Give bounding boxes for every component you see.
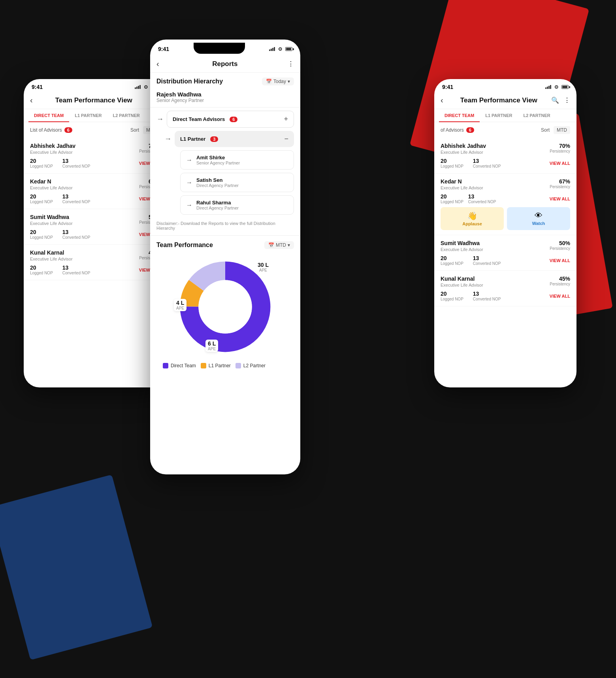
tabs-left: DIRECT TEAM L1 PARTNER L2 PARTNER [24,109,166,122]
tab-direct-team-right[interactable]: DIRECT TEAM [439,109,480,122]
advisor-role-0-right: Executive Life Advisor [441,150,486,155]
back-button-left[interactable]: ‹ [30,96,33,105]
persist-label-1-right: Persistency [550,185,570,189]
person-box-1: → Satish Sen Direct Agency Partner [180,173,294,192]
chevron-down-icon-center: ▾ [288,79,290,84]
advisor-role-0-left: Executive Life Advisor [30,150,75,155]
perf-title: Team Performance [156,242,213,249]
tab-l2-partner-right[interactable]: L2 PARTNER [518,109,556,122]
tab-l1-partner-left[interactable]: L1 PARTNER [69,109,107,122]
conv-nop-val-2-left: 13 [62,229,90,235]
direct-team-box[interactable]: Direct Team Advisors 6 + [167,111,294,128]
conv-nop-label-1-right: Converted NOP [468,200,496,204]
hierarchy-root: Rajesh Wadhwa Senior Agency Partner [150,87,300,108]
wifi-icon-right: ⊙ [554,84,558,90]
logged-nop-val-2-right: 20 [441,255,463,261]
logged-nop-val-3-left: 20 [30,264,53,271]
signal-icon-left [135,85,141,89]
legend-color-2 [235,363,241,368]
advisor-role-3-left: Executive Life Advisor [30,257,73,261]
person-box-2: → Rahul Sharma Direct Agency Partner [180,195,294,215]
view-all-1-right[interactable]: VIEW ALL [550,196,570,201]
phone-right: 9:41 ⊙ ‹ Team Performance View 🔍 ⋮ DIREC… [434,79,576,387]
person-name-0: Amit Shirke [196,155,240,161]
conv-nop-label-3-left: Converted NOP [62,271,90,275]
applause-button-right[interactable]: 👋 Applause [441,207,504,230]
l1-count-badge: 3 [210,136,218,142]
hierarchy-body: → Direct Team Advisors 6 + → L1 Partner … [150,108,300,215]
watch-button-right[interactable]: 👁 Watch [507,207,570,230]
logged-nop-label-0-right: Logged NOP [441,164,463,168]
sort-button-left[interactable]: Sort [130,127,139,133]
conv-nop-label-0-right: Converted NOP [473,164,501,168]
menu-icon-right[interactable]: ⋮ [564,96,570,104]
time-right: 9:41 [442,84,453,90]
person-arrow-1: → [186,179,192,186]
list-header-right: of Advisors 6 Sort MTD [434,122,576,138]
back-button-center[interactable]: ‹ [156,59,159,68]
advisor-card-3-left: Kunal Karnal Executive Life Advisor 45% … [24,245,166,280]
back-button-right[interactable]: ‹ [441,96,443,105]
l1-label: L1 Partner [180,136,205,142]
person-name-1: Satish Sen [196,177,239,183]
legend-label-0: Direct Team [171,363,196,368]
advisor-percent-0-right: 70% [550,143,570,149]
perf-mtd-label: MTD [276,242,286,248]
svg-point-3 [198,280,252,333]
list-count-badge-left: 6 [64,127,72,133]
sort-button-right[interactable]: Sort [541,127,550,133]
donut-val-30: 30 L [258,262,269,268]
logged-nop-label-1-right: Logged NOP [441,200,463,204]
tab-l1-partner-right[interactable]: L1 PARTNER [480,109,518,122]
menu-icon-center[interactable]: ⋮ [288,60,294,68]
direct-team-count-badge: 6 [230,117,237,122]
advisor-percent-1-right: 67% [550,178,570,185]
logged-nop-label-0-left: Logged NOP [30,164,53,168]
view-all-2-right[interactable]: VIEW ALL [550,258,570,263]
legend: Direct Team L1 Partner L2 Partner [156,358,294,373]
advisor-name-0-left: Abhishek Jadhav [30,143,75,149]
persist-label-2-right: Persistency [550,246,570,251]
notch-center [194,43,245,54]
view-all-3-right[interactable]: VIEW ALL [550,294,570,298]
conv-nop-val-0-right: 13 [473,158,501,164]
signal-icon-center [269,47,275,51]
advisor-role-3-right: Executive Life Advisor [441,283,483,287]
l1-box[interactable]: L1 Partner 3 − [175,131,294,147]
conv-nop-val-0-left: 13 [62,158,90,164]
l1-collapse-icon[interactable]: − [284,135,288,143]
cal-icon-perf: 📅 [268,242,274,248]
add-icon-center[interactable]: + [284,115,288,123]
advisor-card-2-right: Sumit Wadhwa Executive Life Advisor 50% … [434,235,576,271]
logged-nop-val-0-right: 20 [441,158,463,164]
logged-nop-label-3-right: Logged NOP [441,297,463,301]
mtd-filter-right[interactable]: MTD [554,126,570,134]
persist-label-3-right: Persistency [550,282,570,286]
view-all-0-right[interactable]: VIEW ALL [550,161,570,166]
advisor-name-3-right: Kunal Karnal [441,276,483,282]
logged-nop-val-1-left: 20 [30,193,53,200]
app-header-left: ‹ Team Performance View 🔍 [24,92,166,109]
watch-label-right: Watch [511,221,566,226]
advisor-card-2-left: Sumit Wadhwa Executive Life Advisor 50% … [24,209,166,245]
list-label-right: of Advisors [441,127,464,133]
page-title-center: Reports [162,60,288,68]
perf-filter[interactable]: 📅 MTD ▾ [264,241,294,249]
legend-color-1 [201,363,206,368]
tab-direct-team-left[interactable]: DIRECT TEAM [28,109,69,122]
donut-label-6: 6 L APE [205,340,218,352]
bg-shape-blue [0,474,153,660]
advisor-card-0-right: Abhishek Jadhav Executive Life Advisor 7… [434,138,576,174]
date-filter-center[interactable]: 📅 Today ▾ [262,77,294,85]
perf-section: Team Performance 📅 MTD ▾ 30 L [150,236,300,379]
status-bar-center: 9:41 ⊙ [150,40,300,55]
advisor-role-2-left: Executive Life Advisor [30,221,73,226]
legend-label-1: L1 Partner [209,363,231,368]
logged-nop-label-1-left: Logged NOP [30,200,53,204]
tab-l2-partner-left[interactable]: L2 PARTNER [107,109,145,122]
watch-icon-right: 👁 [511,211,566,220]
logged-nop-val-2-left: 20 [30,229,53,235]
search-icon-right[interactable]: 🔍 [551,96,559,104]
l2-section: → Amit Shirke Senior Agency Partner → Sa… [180,150,294,215]
person-name-2: Rahul Sharma [196,200,239,206]
